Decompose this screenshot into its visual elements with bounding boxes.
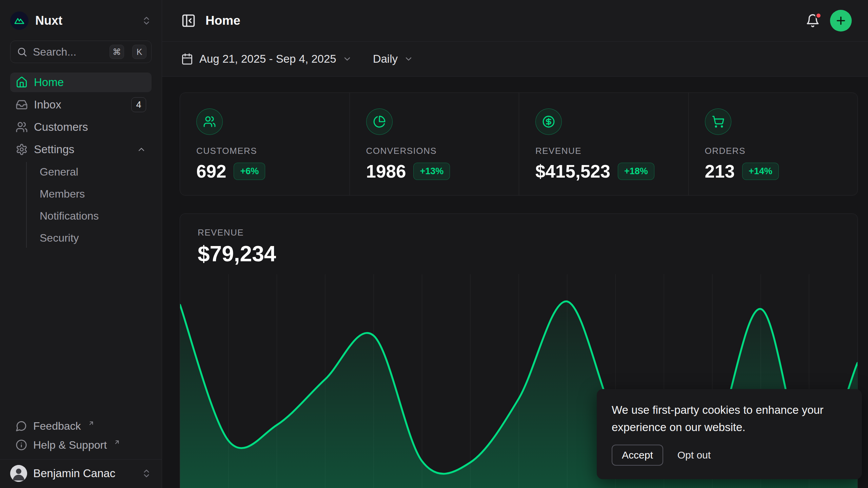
users-icon bbox=[16, 121, 28, 133]
granularity-value: Daily bbox=[373, 53, 398, 65]
stat-card-revenue: REVENUE $415,523 +18% bbox=[519, 93, 688, 196]
kbd-k: K bbox=[132, 45, 146, 59]
kbd-cmd: ⌘ bbox=[110, 45, 124, 59]
settings-submenu: General Members Notifications Security bbox=[26, 162, 152, 248]
sidebar-spacer bbox=[0, 250, 162, 416]
dashboard-app: Nuxt Search... ⌘ K Home bbox=[0, 0, 868, 488]
cookie-banner: We use first-party cookies to enhance yo… bbox=[597, 389, 862, 479]
sidebar-item-label: Customers bbox=[34, 121, 88, 134]
sidebar-item-inbox[interactable]: Inbox 4 bbox=[10, 95, 152, 115]
sidebar-item-customers[interactable]: Customers bbox=[10, 117, 152, 137]
search-icon bbox=[17, 46, 27, 57]
sidebar-item-general[interactable]: General bbox=[27, 162, 152, 182]
help-support-link[interactable]: Help & Support bbox=[10, 435, 152, 454]
gear-icon bbox=[16, 143, 28, 156]
sidebar-footer-links: Feedback Help & Support bbox=[10, 416, 152, 454]
stat-change-badge: +6% bbox=[234, 163, 265, 180]
chart-title: REVENUE bbox=[198, 227, 840, 238]
home-icon bbox=[16, 76, 28, 88]
notifications-button[interactable] bbox=[806, 14, 820, 28]
chevrons-up-down-icon bbox=[141, 468, 152, 479]
filters-toolbar: Aug 21, 2025 - Sep 4, 2025 Daily bbox=[162, 42, 868, 77]
message-circle-icon bbox=[16, 420, 27, 432]
add-button[interactable] bbox=[830, 10, 852, 32]
inbox-icon bbox=[16, 99, 28, 111]
sidebar-item-notifications[interactable]: Notifications bbox=[27, 206, 152, 226]
chart-current-value: $79,234 bbox=[198, 242, 840, 266]
sidebar-item-label: Home bbox=[34, 76, 64, 89]
sidebar-item-home[interactable]: Home bbox=[10, 73, 152, 92]
cookie-message: We use first-party cookies to enhance yo… bbox=[612, 401, 835, 436]
date-range-picker[interactable]: Aug 21, 2025 - Sep 4, 2025 bbox=[181, 53, 352, 65]
stat-card-orders: ORDERS 213 +14% bbox=[688, 93, 858, 196]
search-placeholder: Search... bbox=[33, 46, 104, 58]
inbox-count-badge: 4 bbox=[131, 97, 146, 112]
stat-card-conversions: CONVERSIONS 1986 +13% bbox=[350, 93, 519, 196]
accept-cookies-button[interactable]: Accept bbox=[612, 445, 663, 466]
stat-change-badge: +14% bbox=[742, 163, 779, 180]
stat-label: CONVERSIONS bbox=[366, 146, 503, 156]
sidebar-item-label: Settings bbox=[34, 143, 74, 156]
dollar-circle-icon bbox=[535, 108, 562, 135]
chevrons-up-down-icon[interactable] bbox=[141, 16, 152, 26]
search-input[interactable]: Search... ⌘ K bbox=[10, 41, 152, 63]
page-title: Home bbox=[205, 14, 240, 28]
stat-label: ORDERS bbox=[705, 146, 842, 156]
chevron-up-icon bbox=[137, 145, 146, 154]
collapse-sidebar-button[interactable] bbox=[181, 13, 196, 28]
sidebar-nav: Home Inbox 4 Customers Settings bbox=[10, 73, 152, 250]
user-name: Benjamin Canac bbox=[33, 467, 115, 480]
pie-chart-icon bbox=[366, 108, 393, 135]
page-header: Home bbox=[162, 0, 868, 42]
stat-card-customers: CUSTOMERS 692 +6% bbox=[180, 93, 350, 196]
notification-dot bbox=[815, 12, 822, 19]
info-circle-icon bbox=[16, 439, 27, 451]
plus-icon bbox=[835, 15, 847, 27]
granularity-select[interactable]: Daily bbox=[373, 53, 413, 65]
stat-value: $415,523 bbox=[535, 161, 610, 182]
stat-label: CUSTOMERS bbox=[196, 146, 333, 156]
chevron-down-icon bbox=[342, 54, 352, 64]
sidebar-item-security[interactable]: Security bbox=[27, 228, 152, 248]
users-icon bbox=[196, 108, 223, 135]
optout-cookies-button[interactable]: Opt out bbox=[677, 449, 711, 461]
sidebar: Nuxt Search... ⌘ K Home bbox=[0, 0, 162, 488]
stat-value: 692 bbox=[196, 161, 226, 182]
chevron-down-icon bbox=[404, 54, 413, 64]
shopping-cart-icon bbox=[705, 108, 731, 135]
sidebar-item-settings[interactable]: Settings bbox=[10, 140, 152, 159]
workspace-name: Nuxt bbox=[35, 14, 62, 28]
stat-value: 1986 bbox=[366, 161, 406, 182]
feedback-link[interactable]: Feedback bbox=[10, 416, 152, 435]
user-menu[interactable]: Benjamin Canac bbox=[0, 460, 162, 488]
help-support-label: Help & Support bbox=[33, 439, 107, 451]
external-link-icon bbox=[114, 439, 120, 446]
stat-change-badge: +13% bbox=[413, 163, 450, 180]
feedback-label: Feedback bbox=[33, 420, 81, 432]
date-range-value: Aug 21, 2025 - Sep 4, 2025 bbox=[199, 53, 336, 65]
stat-value: 213 bbox=[705, 161, 735, 182]
sidebar-item-members[interactable]: Members bbox=[27, 184, 152, 204]
stat-label: REVENUE bbox=[535, 146, 672, 156]
sidebar-item-label: Inbox bbox=[34, 98, 61, 111]
calendar-icon bbox=[181, 53, 193, 65]
stat-change-badge: +18% bbox=[618, 163, 654, 180]
nuxt-logo-icon bbox=[10, 12, 28, 30]
workspace-selector[interactable]: Nuxt bbox=[10, 10, 152, 31]
external-link-icon bbox=[88, 420, 95, 427]
avatar bbox=[10, 465, 27, 482]
stats-cards: CUSTOMERS 692 +6% CONVERSIONS 1986 +13% bbox=[180, 93, 858, 196]
